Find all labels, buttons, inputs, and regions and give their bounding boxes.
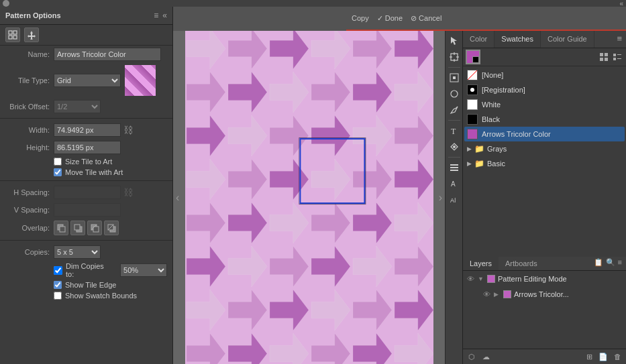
collapse-icon[interactable]: « <box>619 0 623 7</box>
layer-pattern-name: Pattern Editing Mode <box>498 275 567 283</box>
width-row: Width: ⛓ <box>0 121 172 139</box>
pen-tool-btn[interactable] <box>447 103 462 117</box>
move-tool-btn[interactable] <box>24 27 39 42</box>
basic-folder-icon: 📁 <box>474 159 484 168</box>
done-bar: Copy ✓ Done ⊘ Cancel <box>346 7 626 31</box>
width-label: Width: <box>5 126 54 134</box>
svg-point-72 <box>451 90 458 97</box>
pattern-canvas[interactable]: .arr { display:flex;align-items:center;j… <box>185 31 433 364</box>
layer-sub-expand-icon[interactable]: ▶ <box>494 291 501 298</box>
tab-color-guide[interactable]: Color Guide <box>541 31 594 48</box>
merge-selected-btn[interactable]: ⊞ <box>583 351 595 363</box>
layer-arrows-tricolor[interactable]: 👁 ▶ Arrows Tricolor... <box>463 287 626 302</box>
make-clipping-btn[interactable]: ⬡ <box>466 351 478 363</box>
paint-tool-btn[interactable] <box>447 139 462 154</box>
show-swatch-bounds-label: Show Swatch Bounds <box>65 292 137 300</box>
tile-type-row: Tile Type: Grid Brick by Row Brick by Co… <box>0 63 172 98</box>
dim-copies-select[interactable]: 50% 25% 75% <box>120 263 167 277</box>
svg-rect-76 <box>450 167 458 168</box>
swatch-black-color <box>467 114 478 125</box>
swatch-black[interactable]: Black <box>464 112 625 127</box>
swatch-white-label: White <box>482 101 501 109</box>
done-btn[interactable]: ✓ Done <box>377 14 403 23</box>
current-swatch-preview[interactable] <box>466 50 480 64</box>
show-swatch-bounds-checkbox[interactable] <box>54 292 62 300</box>
brick-offset-select[interactable]: 1/2 1/3 1/4 <box>54 100 101 113</box>
tile-type-select[interactable]: Grid Brick by Row Brick by Column Hex by… <box>54 74 121 87</box>
overlap-btn-3[interactable] <box>87 221 102 235</box>
name-label: Name: <box>5 50 54 58</box>
link-icon[interactable]: ⛓ <box>123 125 133 135</box>
brick-offset-row: Brick Offset: 1/2 1/3 1/4 <box>0 98 172 115</box>
h-spacing-input <box>54 186 121 199</box>
overlap-btn-2[interactable] <box>70 221 85 235</box>
panel-tools <box>0 25 172 46</box>
overlap-btn-1[interactable] <box>54 221 68 235</box>
new-layer-btn[interactable]: 📄 <box>597 351 609 363</box>
swatches-menu-btn[interactable]: ≡ <box>613 31 626 48</box>
v-spacing-input <box>54 203 121 217</box>
swatches-tabs: Color Swatches Color Guide ≡ <box>463 31 626 48</box>
tile-preview <box>125 65 156 96</box>
layers-tabs: Layers Artboards 📋 🔍 ≡ <box>463 257 626 271</box>
copy-btn[interactable]: Copy <box>352 14 369 22</box>
layers-filter-btn[interactable]: 🔍 <box>606 258 615 269</box>
move-tile-checkbox[interactable] <box>54 168 62 176</box>
panel-expand-icon[interactable]: « <box>162 11 167 20</box>
overlap-btn-4[interactable] <box>104 221 119 235</box>
tile-selection-box[interactable] <box>299 138 365 204</box>
layer-pattern-editing[interactable]: 👁 ▼ Pattern Editing Mode <box>463 271 626 287</box>
swatch-arrows-label: Arrows Tricolor Color <box>482 130 551 138</box>
cancel-btn[interactable]: ⊘ Cancel <box>411 14 441 23</box>
tab-layers[interactable]: Layers <box>463 257 499 270</box>
panel-menu-icon[interactable]: ≡ <box>154 11 158 20</box>
new-sublayer-btn[interactable]: ☁ <box>480 351 492 363</box>
layer-vis-icon[interactable]: 👁 <box>466 274 475 284</box>
tab-color[interactable]: Color <box>463 31 494 48</box>
svg-rect-83 <box>605 58 608 61</box>
swatch-list-btn[interactable] <box>611 51 623 63</box>
name-input[interactable] <box>54 48 161 61</box>
swatch-white[interactable]: White <box>464 97 625 112</box>
transform-tool-btn[interactable] <box>447 70 462 85</box>
close-icon[interactable] <box>3 0 9 7</box>
panel-title: Pattern Options <box>5 11 61 19</box>
swatch-none[interactable]: [None] <box>464 68 625 82</box>
show-tile-edge-checkbox[interactable] <box>54 281 62 289</box>
dim-copies-checkbox[interactable] <box>54 266 62 275</box>
scroll-right-arrow[interactable]: › <box>439 192 442 204</box>
pathfinder-btn[interactable]: A <box>447 176 462 191</box>
layers-menu-btn[interactable]: ≡ <box>618 258 622 269</box>
layer-expand-icon[interactable]: ▼ <box>478 276 484 282</box>
swatch-view-btn[interactable] <box>598 51 610 63</box>
v-spacing-label: V Spacing: <box>5 206 54 214</box>
swatch-arrows-tricolor[interactable]: Arrows Tricolor Color <box>464 127 625 141</box>
tab-artboards[interactable]: Artboards <box>499 257 544 270</box>
grid-tool-btn[interactable] <box>5 27 20 42</box>
width-input[interactable] <box>54 123 121 137</box>
select-tool-btn[interactable] <box>447 34 462 48</box>
layer-sub-vis-icon[interactable]: 👁 <box>482 290 491 299</box>
scroll-left-arrow[interactable]: ‹ <box>176 192 179 204</box>
svg-rect-86 <box>613 58 616 60</box>
swatch-folder-basic[interactable]: ▶ 📁 Basic <box>464 156 625 171</box>
sidebar-sep-1 <box>448 67 460 68</box>
height-input[interactable] <box>54 141 121 154</box>
type-tool-btn[interactable]: T <box>447 123 462 138</box>
charmap-btn[interactable]: Aا <box>447 192 462 207</box>
artboard-tool-btn[interactable] <box>447 50 462 64</box>
link2-icon: ⛓ <box>123 187 133 198</box>
h-spacing-label: H Spacing: <box>5 188 54 196</box>
delete-layer-btn[interactable]: 🗑 <box>611 351 623 363</box>
grays-expand-arrow: ▶ <box>467 145 472 152</box>
basic-folder-label: Basic <box>487 160 505 168</box>
layers-panel-btn[interactable] <box>447 160 462 175</box>
layers-add-btn[interactable]: 📋 <box>594 258 603 269</box>
swatch-folder-grays[interactable]: ▶ 📁 Grays <box>464 141 625 156</box>
copies-select[interactable]: 5 x 5 3 x 3 7 x 7 1 x 1 <box>54 245 101 259</box>
swatches-panel: Color Swatches Color Guide ≡ <box>462 31 626 257</box>
tab-swatches[interactable]: Swatches <box>494 31 541 48</box>
swatch-registration[interactable]: [Registration] <box>464 82 625 97</box>
size-tile-checkbox[interactable] <box>54 158 62 166</box>
shape-tool-btn[interactable] <box>447 86 462 101</box>
